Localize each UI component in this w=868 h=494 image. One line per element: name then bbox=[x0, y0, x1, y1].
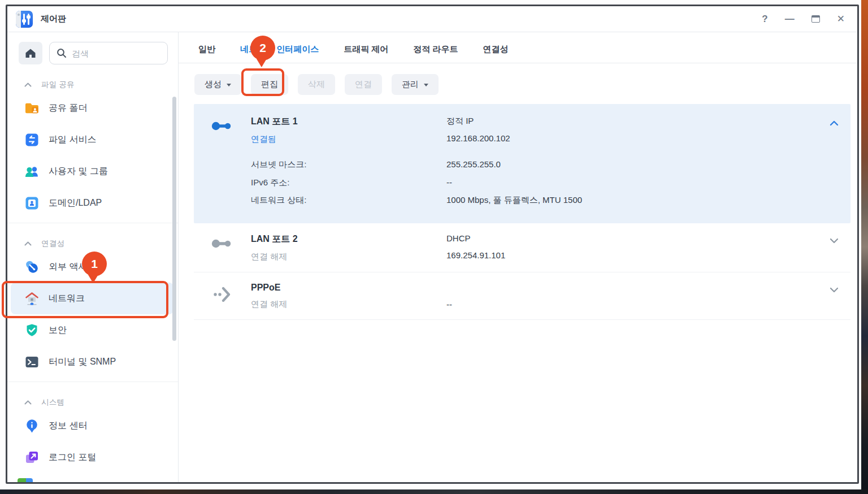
titlebar: 제어판 ? — ✕ bbox=[7, 6, 857, 32]
collapse-chevron-up-icon[interactable] bbox=[818, 116, 850, 126]
connect-button-label: 연결 bbox=[355, 79, 372, 90]
interface-row-lan2[interactable]: LAN 포트 2 연결 해제 DHCP 169.254.91.101 bbox=[194, 223, 850, 272]
sidebar-divider bbox=[7, 382, 178, 382]
sidebar-item-label: 공유 폴더 bbox=[49, 102, 87, 114]
detail-label: IPv6 주소: bbox=[251, 174, 446, 192]
desktop-bottom-strip bbox=[0, 489, 868, 494]
delete-button-label: 삭제 bbox=[308, 79, 325, 90]
tab-bar: 일반 네트워크 인터페이스 트래픽 제어 정적 라우트 연결성 bbox=[198, 44, 857, 55]
step-number: 1 bbox=[91, 257, 98, 271]
connect-button: 연결 bbox=[345, 74, 382, 95]
interface-status: 연결됨 bbox=[251, 134, 446, 145]
control-panel-window: 제어판 ? — ✕ bbox=[6, 5, 859, 484]
detail-value: 1000 Mbps, 풀 듀플렉스, MTU 1500 bbox=[446, 191, 818, 209]
edit-button[interactable]: 편집 bbox=[251, 74, 288, 95]
sidebar-scrollbar[interactable] bbox=[172, 97, 176, 341]
chevron-up-icon bbox=[24, 83, 32, 87]
domain-ldap-icon bbox=[24, 196, 40, 211]
manage-button-label: 관리 bbox=[402, 79, 419, 90]
home-icon bbox=[25, 48, 36, 58]
edit-button-label: 편집 bbox=[261, 79, 278, 90]
dropdown-caret-icon bbox=[424, 84, 428, 86]
detail-label: 서브넷 마스크: bbox=[251, 155, 446, 174]
chevron-up-icon bbox=[24, 400, 32, 405]
tabs-divider bbox=[179, 63, 857, 63]
tab-static-route[interactable]: 정적 라우트 bbox=[413, 44, 458, 55]
chevron-up-icon bbox=[24, 241, 32, 246]
sidebar-item-domain-ldap[interactable]: 도메인/LDAP bbox=[11, 187, 173, 219]
sidebar-section-file-sharing[interactable]: 파일 공유 bbox=[24, 79, 178, 91]
search-box[interactable] bbox=[49, 42, 168, 64]
interface-mode: 정적 IP bbox=[446, 116, 818, 127]
clipped-sidebar-item-icon bbox=[18, 478, 33, 482]
sidebar-item-users-groups[interactable]: 사용자 및 그룹 bbox=[11, 155, 173, 187]
create-button[interactable]: 생성 bbox=[194, 74, 241, 95]
search-icon bbox=[57, 48, 67, 58]
lan-port-icon bbox=[194, 116, 251, 134]
interface-name: LAN 포트 2 bbox=[251, 233, 446, 245]
tab-connectivity[interactable]: 연결성 bbox=[483, 44, 509, 55]
section-label: 연결성 bbox=[41, 239, 64, 249]
detail-row: IPv6 주소: -- bbox=[194, 174, 850, 192]
sidebar-item-file-services[interactable]: 파일 서비스 bbox=[11, 124, 173, 155]
sidebar-item-label: 사용자 및 그룹 bbox=[49, 166, 108, 177]
interface-mode: DHCP bbox=[446, 233, 818, 244]
network-icon bbox=[24, 291, 40, 306]
interface-name: LAN 포트 1 bbox=[251, 116, 446, 128]
expand-chevron-down-icon[interactable] bbox=[818, 283, 850, 293]
interface-status: 연결 해제 bbox=[251, 252, 446, 262]
maximize-button[interactable] bbox=[811, 15, 820, 23]
sidebar-item-network[interactable]: 네트워크 bbox=[11, 283, 173, 314]
interface-row-pppoe[interactable]: PPPoE 연결 해제 -- bbox=[194, 272, 850, 320]
file-services-icon bbox=[24, 132, 40, 148]
sidebar-item-label: 로그인 포털 bbox=[49, 452, 96, 463]
interface-list: LAN 포트 1 연결됨 정적 IP 192.168.200.102 bbox=[194, 104, 850, 320]
detail-row: 네트워크 상태: 1000 Mbps, 풀 듀플렉스, MTU 1500 bbox=[194, 191, 850, 209]
search-input[interactable] bbox=[72, 49, 162, 58]
sidebar-item-label: 도메인/LDAP bbox=[49, 197, 102, 209]
dropdown-caret-icon bbox=[227, 84, 231, 86]
sidebar-section-connectivity[interactable]: 연결성 bbox=[24, 237, 178, 250]
sidebar-divider bbox=[7, 223, 178, 223]
sidebar-item-label: 터미널 및 SNMP bbox=[49, 356, 116, 368]
interface-mode bbox=[446, 283, 818, 293]
sidebar-item-terminal-snmp[interactable]: 터미널 및 SNMP bbox=[11, 346, 173, 378]
sidebar-item-label: 정보 센터 bbox=[49, 420, 87, 432]
terminal-icon bbox=[24, 354, 40, 370]
detail-value: -- bbox=[446, 174, 818, 192]
detail-row: 서브넷 마스크: 255.255.255.0 bbox=[194, 155, 850, 174]
tab-traffic-control[interactable]: 트래픽 제어 bbox=[344, 44, 388, 55]
interface-row-lan1[interactable]: LAN 포트 1 연결됨 정적 IP 192.168.200.102 bbox=[194, 104, 850, 223]
manage-button[interactable]: 관리 bbox=[392, 74, 439, 95]
interface-address: 192.168.200.102 bbox=[446, 133, 818, 143]
users-groups-icon bbox=[24, 164, 40, 179]
sidebar-item-label: 파일 서비스 bbox=[49, 134, 96, 146]
control-panel-app-icon bbox=[16, 11, 33, 28]
delete-button: 삭제 bbox=[298, 74, 335, 95]
shared-folder-icon bbox=[24, 101, 40, 116]
tab-general[interactable]: 일반 bbox=[198, 44, 215, 55]
window-title: 제어판 bbox=[41, 14, 66, 24]
expand-chevron-down-icon[interactable] bbox=[818, 233, 850, 244]
sidebar-item-label: 보안 bbox=[49, 324, 67, 336]
interface-status: 연결 해제 bbox=[251, 299, 446, 310]
sidebar-section-system[interactable]: 시스템 bbox=[24, 396, 178, 409]
sidebar-item-login-portal[interactable]: 로그인 포털 bbox=[11, 441, 173, 473]
sidebar-item-shared-folder[interactable]: 공유 폴더 bbox=[11, 92, 173, 124]
detail-label: 네트워크 상태: bbox=[251, 191, 446, 209]
step-number: 2 bbox=[259, 41, 266, 55]
minimize-button[interactable]: — bbox=[785, 14, 795, 24]
annotation-step-2-badge: 2 bbox=[250, 36, 275, 60]
interface-address: 169.254.91.101 bbox=[446, 250, 818, 260]
interface-details: 서브넷 마스크: 255.255.255.0 IPv6 주소: -- 네트워크 … bbox=[194, 155, 850, 209]
annotation-step-1-badge: 1 bbox=[82, 252, 107, 276]
external-access-icon bbox=[24, 259, 40, 275]
help-button[interactable]: ? bbox=[762, 14, 767, 24]
info-center-icon bbox=[24, 418, 40, 434]
section-label: 파일 공유 bbox=[41, 80, 75, 90]
close-button[interactable]: ✕ bbox=[837, 14, 845, 24]
sidebar-item-info-center[interactable]: 정보 센터 bbox=[11, 410, 173, 441]
home-button[interactable] bbox=[19, 42, 42, 64]
main-panel: 일반 네트워크 인터페이스 트래픽 제어 정적 라우트 연결성 생성 편집 삭제 bbox=[179, 32, 857, 482]
sidebar-item-security[interactable]: 보안 bbox=[11, 314, 173, 346]
